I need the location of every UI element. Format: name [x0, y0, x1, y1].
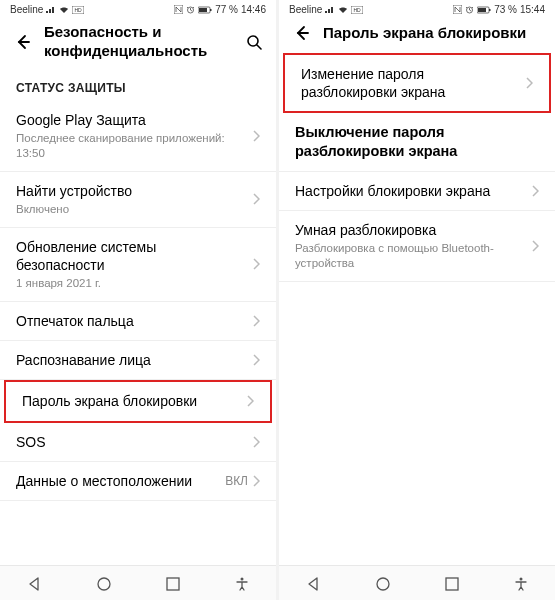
statusbar: Beeline HD 77 % 14:46 — [0, 0, 276, 17]
chevron-right-icon — [252, 436, 260, 448]
chevron-right-icon — [525, 77, 533, 89]
nfc-icon — [453, 5, 462, 14]
nav-recent[interactable] — [444, 576, 460, 592]
item-sos[interactable]: SOS — [0, 423, 276, 462]
item-sub: Включено — [16, 202, 246, 217]
item-face-recognition[interactable]: Распознавание лица — [0, 341, 276, 380]
svg-rect-19 — [446, 578, 458, 590]
triangle-back-icon — [306, 576, 322, 592]
search-icon — [245, 33, 263, 51]
item-smart-unlock[interactable]: Умная разблокировка Разблокировка с помо… — [279, 211, 555, 282]
item-title: Отпечаток пальца — [16, 312, 246, 330]
chevron-right-icon — [252, 475, 260, 487]
svg-rect-9 — [167, 578, 179, 590]
item-security-update[interactable]: Обновление системы безопасности 1 января… — [0, 228, 276, 302]
item-change-password[interactable]: Изменение пароля разблокировки экрана — [283, 53, 551, 113]
item-title: Обновление системы безопасности — [16, 238, 246, 274]
nav-home[interactable] — [375, 576, 391, 592]
signal-icon — [46, 6, 56, 14]
battery-label: 77 % — [215, 4, 238, 15]
accessibility-icon — [234, 576, 250, 592]
item-find-device[interactable]: Найти устройство Включено — [0, 172, 276, 228]
item-lock-settings[interactable]: Настройки блокировки экрана — [279, 172, 555, 211]
back-button[interactable] — [291, 23, 311, 43]
page-title: Пароль экрана блокировки — [323, 24, 543, 43]
square-recent-icon — [444, 576, 460, 592]
item-sub: Последнее сканирование приложений: 13:50 — [16, 131, 246, 161]
battery-icon — [477, 6, 491, 14]
svg-text:HD: HD — [75, 7, 83, 13]
time-label: 15:44 — [520, 4, 545, 15]
item-location-data[interactable]: Данные о местоположении ВКЛ — [0, 462, 276, 501]
phone-left: Beeline HD 77 % 14:46 Безопасность и кон… — [0, 0, 276, 600]
item-title: Пароль экрана блокировки — [22, 392, 240, 410]
nfc-icon — [174, 5, 183, 14]
nav-accessibility[interactable] — [234, 576, 250, 592]
item-sub: 1 января 2021 г. — [16, 276, 246, 291]
item-title: Распознавание лица — [16, 351, 246, 369]
item-lock-screen-password[interactable]: Пароль экрана блокировки — [4, 380, 272, 422]
nav-back[interactable] — [306, 576, 322, 592]
chevron-right-icon — [246, 395, 254, 407]
nav-home[interactable] — [96, 576, 112, 592]
item-title: Google Play Защита — [16, 111, 246, 129]
item-title: Найти устройство — [16, 182, 246, 200]
chevron-right-icon — [252, 315, 260, 327]
chevron-right-icon — [531, 240, 539, 252]
phone-right: Beeline HD 73 % 15:44 Пароль экрана блок… — [279, 0, 555, 600]
svg-rect-5 — [199, 8, 207, 12]
svg-point-18 — [377, 578, 389, 590]
battery-icon — [198, 6, 212, 14]
carrier-label: Beeline — [289, 4, 322, 15]
back-arrow-icon — [13, 33, 31, 51]
wifi-icon — [59, 6, 69, 14]
item-title: Данные о местоположении — [16, 472, 219, 490]
signal-icon — [325, 6, 335, 14]
svg-rect-6 — [210, 9, 212, 11]
nav-accessibility[interactable] — [513, 576, 529, 592]
item-title: Изменение пароля разблокировки экрана — [301, 65, 519, 101]
chevron-right-icon — [252, 354, 260, 366]
svg-rect-17 — [489, 9, 491, 11]
header: Пароль экрана блокировки — [279, 17, 555, 53]
carrier-label: Beeline — [10, 4, 43, 15]
chevron-right-icon — [531, 185, 539, 197]
navbar — [0, 565, 276, 600]
statusbar: Beeline HD 73 % 15:44 — [279, 0, 555, 17]
item-sub: Разблокировка с помощью Bluetooth-устрой… — [295, 241, 525, 271]
circle-home-icon — [375, 576, 391, 592]
item-fingerprint[interactable]: Отпечаток пальца — [0, 302, 276, 341]
accessibility-icon — [513, 576, 529, 592]
item-google-play-protect[interactable]: Google Play Защита Последнее сканировани… — [0, 101, 276, 172]
svg-point-8 — [98, 578, 110, 590]
item-disable-password[interactable]: Выключение пароля разблокировки экрана — [279, 113, 555, 172]
svg-text:HD: HD — [354, 7, 362, 13]
item-title: Настройки блокировки экрана — [295, 182, 525, 200]
item-title: Умная разблокировка — [295, 221, 525, 239]
chevron-right-icon — [252, 258, 260, 270]
chevron-right-icon — [252, 193, 260, 205]
battery-label: 73 % — [494, 4, 517, 15]
page-title: Безопасность и конфиденциальность — [44, 23, 244, 61]
alarm-icon — [186, 5, 195, 14]
time-label: 14:46 — [241, 4, 266, 15]
svg-point-10 — [240, 578, 243, 581]
hd-icon: HD — [351, 6, 363, 14]
item-title: Выключение пароля разблокировки экрана — [295, 123, 533, 161]
triangle-back-icon — [27, 576, 43, 592]
square-recent-icon — [165, 576, 181, 592]
hd-icon: HD — [72, 6, 84, 14]
search-button[interactable] — [244, 32, 264, 52]
item-value: ВКЛ — [225, 474, 248, 488]
item-title: SOS — [16, 433, 246, 451]
nav-recent[interactable] — [165, 576, 181, 592]
svg-point-20 — [519, 578, 522, 581]
nav-back[interactable] — [27, 576, 43, 592]
circle-home-icon — [96, 576, 112, 592]
header: Безопасность и конфиденциальность — [0, 17, 276, 71]
back-arrow-icon — [292, 24, 310, 42]
section-label: СТАТУС ЗАЩИТЫ — [0, 71, 276, 101]
chevron-right-icon — [252, 130, 260, 142]
back-button[interactable] — [12, 32, 32, 52]
svg-rect-16 — [478, 8, 486, 12]
